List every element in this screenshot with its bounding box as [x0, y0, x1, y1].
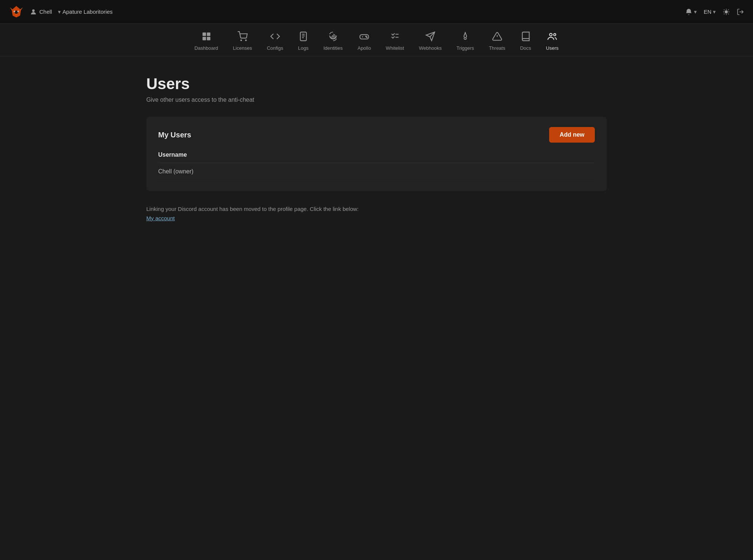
svg-line-16 [728, 13, 729, 14]
topbar-left: Chell ▾ Apature Laboritories [9, 4, 685, 19]
users-card: My Users Add new Username Chell (owner) [146, 117, 607, 191]
users-icon [547, 31, 557, 43]
nav-label-docs: Docs [520, 45, 531, 51]
svg-rect-23 [207, 37, 210, 40]
svg-line-15 [724, 9, 725, 10]
nav-label-configs: Configs [267, 45, 283, 51]
nav-label-apollo: Apollo [358, 45, 371, 51]
svg-marker-1 [10, 7, 13, 10]
svg-point-25 [245, 40, 246, 40]
nav-label-whitelist: Whitelist [386, 45, 404, 51]
nav-item-webhooks[interactable]: Webhooks [411, 27, 449, 56]
notifications-button[interactable]: ▾ [685, 8, 697, 16]
nav-label-triggers: Triggers [456, 45, 474, 51]
nav-label-threats: Threats [489, 45, 505, 51]
nav-item-users[interactable]: Users [538, 27, 566, 56]
send-icon [425, 31, 436, 43]
lang-chevron-icon: ▾ [713, 9, 716, 15]
topbar-org-name: Apature Laboritories [62, 9, 113, 15]
card-header: My Users Add new [158, 127, 595, 143]
nav-label-licenses: Licenses [233, 45, 252, 51]
icon-nav: Dashboard Licenses Configs Logs [0, 24, 753, 56]
svg-point-7 [18, 11, 19, 12]
topbar-right: ▾ EN ▾ [685, 8, 744, 16]
nav-label-webhooks: Webhooks [419, 45, 441, 51]
svg-point-30 [332, 36, 334, 38]
nav-item-threats[interactable]: Threats [482, 27, 513, 56]
my-account-link[interactable]: My account [146, 215, 175, 221]
svg-line-18 [724, 13, 725, 14]
svg-line-17 [728, 9, 729, 10]
gamepad-icon [359, 31, 369, 43]
card-title: My Users [158, 131, 191, 139]
nav-label-users: Users [546, 45, 558, 51]
table-row: Chell (owner) [158, 163, 595, 180]
logout-icon [737, 8, 744, 16]
svg-rect-22 [202, 37, 206, 40]
svg-point-35 [366, 37, 367, 38]
checklist-icon [390, 31, 400, 43]
column-header-username: Username [158, 152, 595, 163]
nav-item-logs[interactable]: Logs [291, 27, 316, 56]
main-content: Users Give other users access to the ant… [135, 56, 618, 237]
logout-button[interactable] [737, 8, 744, 16]
topbar-user[interactable]: Chell [30, 8, 52, 16]
chevron-down-icon: ▾ [694, 9, 697, 15]
svg-point-42 [550, 33, 552, 36]
users-table: Username Chell (owner) [158, 152, 595, 180]
cart-icon [237, 31, 248, 43]
nav-item-configs[interactable]: Configs [260, 27, 291, 56]
footer-note: Linking your Discord account has been mo… [146, 206, 607, 212]
language-label: EN [704, 9, 711, 15]
svg-point-10 [725, 10, 728, 13]
nav-item-identities[interactable]: Identities [316, 27, 350, 56]
svg-point-6 [14, 11, 15, 12]
nav-item-apollo[interactable]: Apollo [350, 27, 378, 56]
topbar: Chell ▾ Apature Laboritories ▾ EN ▾ [0, 0, 753, 24]
nav-item-docs[interactable]: Docs [513, 27, 539, 56]
grid-icon [201, 31, 212, 43]
language-selector[interactable]: EN ▾ [704, 9, 716, 15]
nav-label-identities: Identities [323, 45, 343, 51]
svg-point-24 [241, 40, 241, 40]
svg-point-43 [554, 33, 556, 36]
svg-rect-21 [207, 33, 210, 36]
svg-point-34 [366, 36, 366, 37]
theme-toggle[interactable] [723, 8, 730, 16]
nav-item-dashboard[interactable]: Dashboard [187, 27, 226, 56]
code-icon [270, 31, 280, 43]
add-new-button[interactable]: Add new [549, 127, 595, 143]
warning-icon [492, 31, 502, 43]
clipboard-icon [298, 31, 309, 43]
nav-label-dashboard: Dashboard [195, 45, 218, 51]
svg-point-9 [32, 9, 35, 12]
sun-icon [723, 8, 730, 16]
page-title: Users [146, 75, 607, 93]
nav-item-licenses[interactable]: Licenses [225, 27, 259, 56]
user-row-username: Chell (owner) [158, 168, 193, 175]
fire-icon [460, 31, 470, 43]
fingerprint-icon [328, 31, 338, 43]
nav-label-logs: Logs [298, 45, 309, 51]
nav-item-triggers[interactable]: Triggers [449, 27, 481, 56]
topbar-username: Chell [39, 9, 52, 15]
svg-rect-26 [300, 32, 306, 40]
bell-icon [685, 8, 692, 16]
fox-logo[interactable] [9, 4, 24, 19]
book-icon [521, 31, 531, 43]
nav-item-whitelist[interactable]: Whitelist [378, 27, 411, 56]
svg-marker-2 [20, 7, 23, 10]
page-subtitle: Give other users access to the anti-chea… [146, 97, 607, 103]
topbar-org[interactable]: ▾ Apature Laboritories [58, 9, 113, 15]
user-icon [30, 8, 37, 16]
svg-rect-20 [202, 33, 206, 36]
